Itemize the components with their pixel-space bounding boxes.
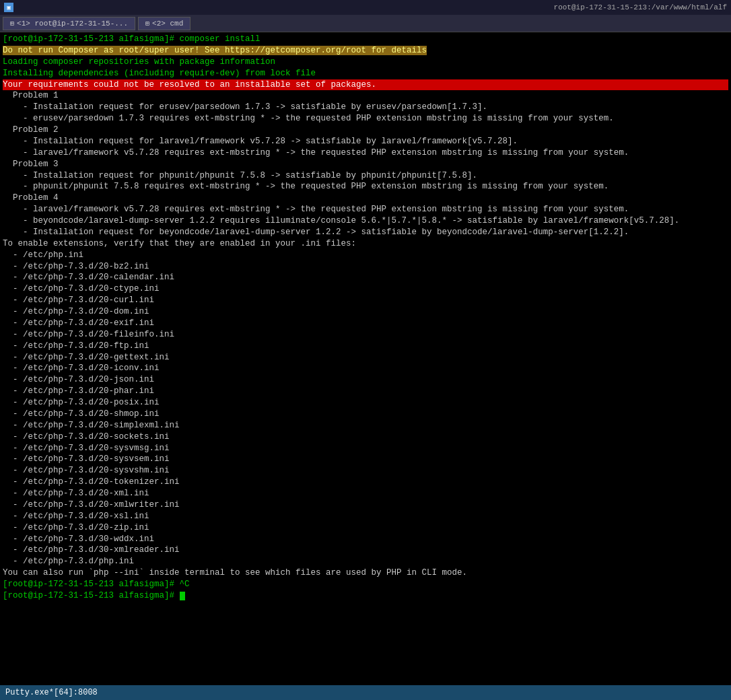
terminal-line: - /etc/php-7.3.d/20-posix.ini: [3, 397, 728, 409]
terminal-line: - /etc/php-7.3.d/20-exif.ini: [3, 318, 728, 329]
terminal-line: - /etc/php-7.3.d/20-xmlwriter.ini: [3, 499, 728, 511]
titlebar-icon: ▣: [4, 3, 13, 12]
terminal-line: - /etc/php-7.3.d/20-ftp.ini: [3, 341, 728, 352]
terminal-line: Problem 4: [3, 193, 728, 204]
terminal-line: - /etc/php-7.3.d/php.ini: [3, 556, 728, 567]
terminal-line: - /etc/php-7.3.d/20-xml.ini: [3, 488, 728, 499]
terminal-line: - /etc/php-7.3.d/30-xmlreader.ini: [3, 545, 728, 556]
terminal-line: - /etc/php-7.3.d/20-sysvsem.ini: [3, 454, 728, 465]
terminal-line: Loading composer repositories with packa…: [3, 57, 728, 68]
terminal-line: - /etc/php-7.3.d/20-fileinfo.ini: [3, 329, 728, 341]
terminal-line: - phpunit/phpunit 7.5.8 requires ext-mbs…: [3, 181, 728, 193]
terminal-line: - Installation request for erusev/parsed…: [3, 102, 728, 113]
terminal-line: - Installation request for phpunit/phpun…: [3, 170, 728, 182]
statusbar-label: Putty.exe*[64]:8008: [5, 688, 98, 697]
terminal-line: - beyondcode/laravel-dump-server 1.2.2 r…: [3, 215, 728, 227]
titlebar-left: ▣: [4, 3, 13, 12]
terminal-line: - /etc/php-7.3.d/20-curl.ini: [3, 295, 728, 306]
terminal-line: Problem 1: [3, 90, 728, 102]
tab2-icon: ⊞: [145, 20, 149, 28]
terminal-line: - /etc/php-7.3.d/30-wddx.ini: [3, 534, 728, 545]
terminal-line: - /etc/php-7.3.d/20-sysvshm.ini: [3, 465, 728, 477]
tab-1[interactable]: ⊞ <1> root@ip-172-31-15-...: [3, 17, 135, 30]
statusbar: Putty.exe*[64]:8008: [0, 685, 731, 700]
terminal-line: - /etc/php-7.3.d/20-phar.ini: [3, 386, 728, 397]
terminal-line: To enable extensions, verify that they a…: [3, 238, 728, 250]
terminal-output[interactable]: [root@ip-172-31-15-213 alfasigma]# compo…: [0, 32, 731, 685]
terminal-line: - erusev/parsedown 1.7.3 requires ext-mb…: [3, 113, 728, 125]
terminal-line: - /etc/php-7.3.d/20-gettext.ini: [3, 352, 728, 363]
tab2-label: <2> cmd: [152, 20, 183, 28]
terminal-line: Do not run Composer as root/super user! …: [3, 45, 728, 57]
terminal-line: - /etc/php-7.3.d/20-simplexml.ini: [3, 420, 728, 431]
terminal-line: - /etc/php-7.3.d/20-shmop.ini: [3, 409, 728, 420]
terminal-line: Problem 3: [3, 159, 728, 170]
terminal-line: Your requirements could not be resolved …: [3, 79, 728, 91]
terminal-line: - /etc/php-7.3.d/20-xsl.ini: [3, 511, 728, 522]
titlebar-title: root@ip-172-31-15-213:/var/www/html/alf: [554, 3, 727, 11]
terminal-line: - laravel/framework v5.7.28 requires ext…: [3, 147, 728, 159]
terminal-line: - Installation request for beyondcode/la…: [3, 227, 728, 238]
tab-2[interactable]: ⊞ <2> cmd: [138, 17, 190, 30]
terminal-line: [root@ip-172-31-15-213 alfasigma]# ^C: [3, 579, 728, 590]
terminal-line: [root@ip-172-31-15-213 alfasigma]# compo…: [3, 34, 728, 45]
tab1-icon: ⊞: [10, 20, 14, 28]
terminal-line: - /etc/php-7.3.d/20-bz2.ini: [3, 261, 728, 273]
terminal-line: - /etc/php.ini: [3, 250, 728, 261]
terminal-line: Problem 2: [3, 125, 728, 136]
terminal-line: - /etc/php-7.3.d/20-sockets.ini: [3, 431, 728, 443]
terminal-line: - /etc/php-7.3.d/20-zip.ini: [3, 522, 728, 534]
tab1-label: <1> root@ip-172-31-15-...: [17, 20, 128, 28]
terminal-line: - laravel/framework v5.7.28 requires ext…: [3, 204, 728, 215]
tabbar: ⊞ <1> root@ip-172-31-15-... ⊞ <2> cmd: [0, 15, 731, 32]
terminal-line: - Installation request for laravel/frame…: [3, 136, 728, 147]
terminal-line: - /etc/php-7.3.d/20-ctype.ini: [3, 283, 728, 295]
terminal-line: - /etc/php-7.3.d/20-iconv.ini: [3, 363, 728, 374]
titlebar: ▣ root@ip-172-31-15-213:/var/www/html/al…: [0, 0, 731, 15]
terminal-line: Installing dependencies (including requi…: [3, 68, 728, 79]
terminal-line: - /etc/php-7.3.d/20-json.ini: [3, 374, 728, 386]
terminal-line: - /etc/php-7.3.d/20-sysvmsg.ini: [3, 443, 728, 454]
terminal-line: - /etc/php-7.3.d/20-calendar.ini: [3, 272, 728, 283]
terminal-line: You can also run `php --ini` inside term…: [3, 567, 728, 579]
terminal-line: - /etc/php-7.3.d/20-dom.ini: [3, 306, 728, 318]
terminal-line: - /etc/php-7.3.d/20-tokenizer.ini: [3, 477, 728, 488]
terminal-line: [root@ip-172-31-15-213 alfasigma]#: [3, 590, 728, 602]
terminal-cursor: [180, 592, 185, 600]
